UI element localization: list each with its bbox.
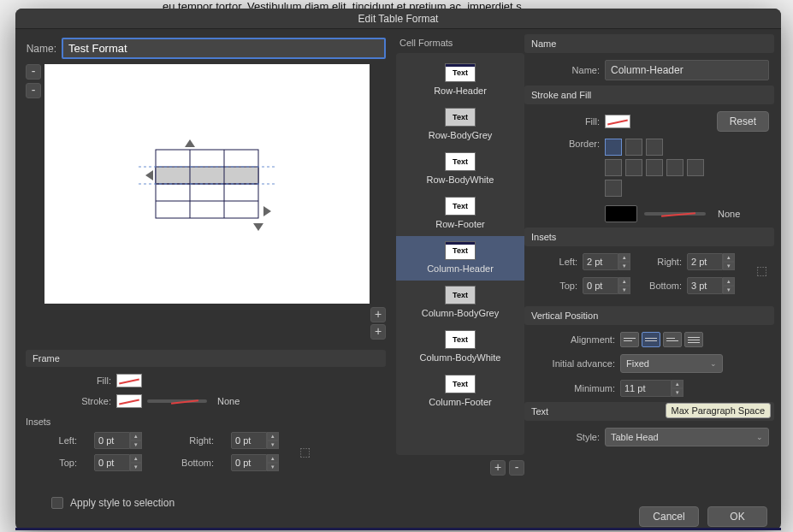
apply-style-label: Apply style to selection: [70, 497, 175, 509]
svg-marker-10: [263, 206, 271, 216]
svg-rect-1: [156, 167, 258, 184]
frame-fill-label: Fill:: [26, 375, 111, 386]
style-select[interactable]: Table Head⌄: [605, 428, 769, 446]
frame-stroke-swatch[interactable]: [116, 394, 142, 408]
frame-left-field[interactable]: ▴▾: [94, 432, 145, 449]
cell-right-field[interactable]: ▴▾: [687, 253, 738, 270]
add-cell-format-button[interactable]: +: [490, 460, 506, 476]
remove-format-button[interactable]: -: [26, 64, 41, 80]
ok-button[interactable]: OK: [707, 506, 767, 527]
cell-format-row-footer[interactable]: TextRow-Footer: [396, 192, 524, 236]
border-color-swatch[interactable]: [605, 205, 637, 222]
frame-left-label: Left:: [26, 435, 77, 446]
border-vcenter-icon[interactable]: [625, 159, 642, 176]
border-outer-icon[interactable]: [625, 139, 642, 156]
cell-format-column-footer[interactable]: TextColumn-Footer: [396, 369, 524, 414]
cell-left-label: Left:: [530, 257, 577, 267]
frame-top-label: Top:: [26, 458, 77, 468]
remove-cell-format-button[interactable]: -: [509, 460, 524, 476]
cell-format-column-header[interactable]: TextColumn-Header: [396, 236, 524, 281]
stroke-fill-section-header: Stroke and Fill: [524, 86, 774, 104]
svg-marker-8: [185, 139, 195, 147]
border-value: None: [718, 209, 740, 219]
svg-marker-11: [253, 223, 263, 231]
cell-insets-section-header: Insets: [524, 228, 774, 246]
cell-right-label: Right:: [639, 257, 682, 267]
cell-formats-list: TextRow-Header TextRow-BodyGrey TextRow-…: [396, 53, 524, 455]
frame-insets-header: Insets: [26, 417, 386, 427]
cell-format-row-header[interactable]: TextRow-Header: [396, 58, 524, 103]
cell-format-row-bodygrey[interactable]: TextRow-BodyGrey: [396, 103, 524, 147]
frame-bottom-label: Bottom:: [163, 458, 214, 468]
cell-top-label: Top:: [530, 281, 577, 291]
border-right-icon[interactable]: [646, 159, 663, 176]
style-label: Style:: [530, 432, 600, 442]
frame-section-header: Frame: [26, 350, 386, 367]
align-justify-button[interactable]: [684, 332, 703, 347]
text-section-header: Text Max Paragraph Space: [524, 402, 774, 421]
frame-fill-swatch[interactable]: [116, 374, 142, 387]
cancel-button[interactable]: Cancel: [639, 506, 699, 527]
border-left-icon[interactable]: [605, 159, 622, 176]
vertical-position-section-header: Vertical Position: [524, 306, 774, 325]
align-bottom-button[interactable]: [663, 332, 682, 347]
alignment-label: Alignment:: [530, 334, 615, 345]
initial-advance-label: Initial advance:: [530, 358, 615, 369]
border-all-icon[interactable]: [605, 139, 622, 156]
frame-right-field[interactable]: ▴▾: [231, 432, 282, 449]
add-preview-button[interactable]: +: [370, 307, 386, 322]
cell-format-row-bodywhite[interactable]: TextRow-BodyWhite: [396, 147, 524, 192]
cell-left-field[interactable]: ▴▾: [583, 253, 634, 270]
edit-table-format-dialog: Edit Table Format Name: - -: [15, 9, 781, 530]
cell-fill-label: Fill:: [530, 116, 600, 127]
cell-name-label: Name:: [530, 65, 600, 75]
minimum-label: Minimum:: [530, 383, 615, 393]
name-label: Name:: [26, 43, 56, 55]
border-hcenter-icon[interactable]: [687, 159, 704, 176]
frame-right-label: Right:: [163, 435, 214, 446]
align-top-button[interactable]: [620, 332, 639, 347]
apply-style-checkbox[interactable]: [51, 497, 63, 509]
border-weight-slider[interactable]: [644, 212, 706, 216]
frame-bottom-field[interactable]: ▴▾: [231, 454, 282, 471]
dialog-title: Edit Table Format: [15, 9, 781, 29]
cell-format-column-bodywhite[interactable]: TextColumn-BodyWhite: [396, 325, 524, 369]
cell-bottom-field[interactable]: ▴▾: [687, 277, 738, 294]
initial-advance-select[interactable]: Fixed⌄: [620, 354, 723, 373]
cell-top-field[interactable]: ▴▾: [583, 277, 634, 294]
preview-grid-icon: [139, 133, 284, 244]
name-section-header: Name: [524, 34, 774, 53]
link-insets-icon[interactable]: ⬚: [299, 445, 386, 458]
border-inner-icon[interactable]: [646, 139, 663, 156]
frame-stroke-slider[interactable]: [147, 399, 207, 403]
svg-marker-9: [145, 170, 153, 180]
align-middle-button[interactable]: [642, 332, 660, 347]
cell-formats-header: Cell Formats: [399, 38, 524, 48]
border-bottom-icon[interactable]: [605, 180, 622, 197]
frame-stroke-value: None: [217, 396, 240, 406]
reset-button[interactable]: Reset: [717, 111, 769, 132]
minimum-field[interactable]: ▴▾: [620, 380, 684, 397]
cell-fill-swatch[interactable]: [605, 115, 630, 128]
max-paragraph-space-tooltip: Max Paragraph Space: [666, 403, 771, 418]
border-top-icon[interactable]: [666, 159, 684, 176]
frame-stroke-label: Stroke:: [26, 396, 111, 406]
add-preview-button-2[interactable]: +: [370, 324, 386, 340]
cell-name-input[interactable]: [605, 60, 769, 80]
border-label: Border:: [530, 139, 600, 149]
cell-format-column-bodygrey[interactable]: TextColumn-BodyGrey: [396, 281, 524, 325]
cell-bottom-label: Bottom:: [639, 281, 682, 291]
table-preview[interactable]: [44, 64, 370, 304]
format-name-input[interactable]: [62, 38, 386, 59]
frame-top-field[interactable]: ▴▾: [94, 454, 145, 471]
remove-format-button-2[interactable]: -: [26, 83, 41, 98]
